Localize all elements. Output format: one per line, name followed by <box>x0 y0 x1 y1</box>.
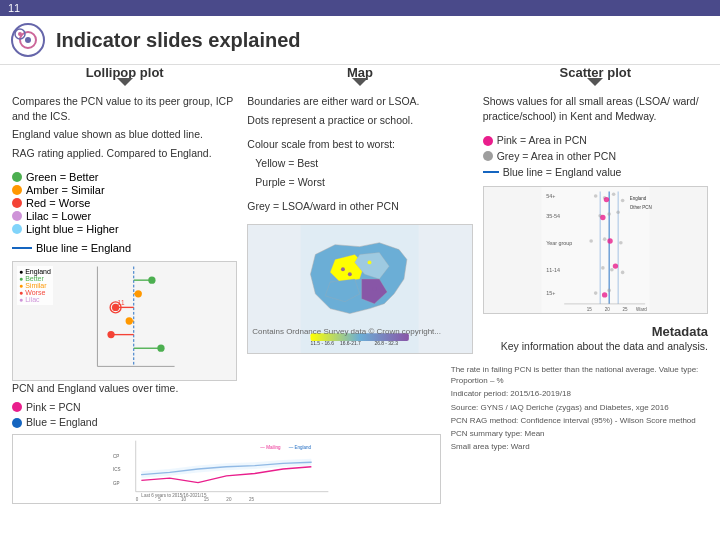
svg-point-2 <box>25 37 31 43</box>
svg-text:CP: CP <box>113 454 119 459</box>
scatter-blue-line <box>483 171 499 173</box>
svg-text:— England: — England <box>289 445 312 450</box>
trend-blue: Blue = England <box>12 415 441 430</box>
svg-text:35-54: 35-54 <box>546 214 560 220</box>
svg-text:15: 15 <box>204 497 210 502</box>
svg-point-55 <box>610 268 614 272</box>
svg-point-51 <box>616 211 620 215</box>
svg-point-60 <box>603 197 608 202</box>
trend-blue-dot <box>12 418 22 428</box>
lollipop-legend: Green = Better Amber = Similar Red = Wor… <box>12 171 237 236</box>
red-dot <box>12 198 22 208</box>
scatter-blueline: Blue line = England value <box>483 165 708 180</box>
lollipop-column: Compares the PCN value to its peer group… <box>12 94 237 354</box>
green-dot <box>12 172 22 182</box>
scatter-svg: 54+ 35-54 Year group 11-14 15+ <box>484 187 707 313</box>
scatter-header: Scatter plot <box>483 65 708 80</box>
scatter-grey: Grey = Area in other PCN <box>483 149 708 164</box>
svg-point-29 <box>348 272 352 276</box>
scatter-pink: Pink = Area in PCN <box>483 133 708 148</box>
legend-green: Green = Better <box>12 171 237 183</box>
metadata-section: Metadata Key information about the data … <box>483 324 708 354</box>
svg-text:11-14: 11-14 <box>546 268 560 274</box>
trend-desc: PCN and England values over time. <box>12 381 441 396</box>
map-grey-desc: Grey = LSOA/ward in other PCN <box>247 199 472 218</box>
trend-pink-dot <box>12 402 22 412</box>
bottom-row: Trend plot PCN and England values over t… <box>0 360 720 508</box>
page-title: Indicator slides explained <box>56 29 301 52</box>
svg-point-63 <box>612 264 617 269</box>
svg-text:20: 20 <box>604 308 609 313</box>
svg-point-62 <box>607 239 612 244</box>
svg-point-56 <box>601 267 605 271</box>
scatter-plot: 54+ 35-54 Year group 11-14 15+ <box>483 186 708 314</box>
logo-icon <box>10 22 46 58</box>
svg-point-31 <box>373 287 377 291</box>
svg-point-4 <box>18 32 22 36</box>
svg-text:20: 20 <box>226 497 232 502</box>
svg-point-30 <box>368 261 372 265</box>
map-header: Map <box>247 65 472 80</box>
svg-text:Ward: Ward <box>636 308 647 313</box>
svg-point-50 <box>607 213 611 217</box>
plot-legend: ● England ● Better ● Similar ● Worse ● L… <box>17 266 53 305</box>
svg-text:15+: 15+ <box>546 290 555 296</box>
trend-plot-svg: Last 6 years to 2015/16-2021/15 0 5 10 1… <box>13 435 440 503</box>
legend-lightblue: Light blue = Higher <box>12 223 237 235</box>
trend-section: Trend plot PCN and England values over t… <box>12 364 441 504</box>
metadata-detail: The rate in failing PCN is better than t… <box>451 364 708 504</box>
svg-point-52 <box>589 240 593 244</box>
trend-plot: Last 6 years to 2015/16-2021/15 0 5 10 1… <box>12 434 441 504</box>
svg-text:ICS: ICS <box>113 467 121 472</box>
scatter-grey-dot <box>483 151 493 161</box>
scatter-pink-dot <box>483 136 493 146</box>
lilac-dot <box>12 211 22 221</box>
svg-point-47 <box>612 193 616 197</box>
svg-point-59 <box>607 289 611 293</box>
svg-text:16.6-21.7: 16.6-21.7 <box>340 341 361 346</box>
svg-text:Year group: Year group <box>546 241 572 247</box>
svg-point-61 <box>600 215 605 220</box>
legend-red: Red = Worse <box>12 197 237 209</box>
map-colour-desc: Colour scale from best to worst: Yellow … <box>247 137 472 193</box>
svg-text:11.5 - 16.6: 11.5 - 16.6 <box>311 341 335 346</box>
svg-text:10: 10 <box>181 497 187 502</box>
svg-text:25: 25 <box>249 497 255 502</box>
map-note: Contains Ordnance Survey data © Crown co… <box>252 327 441 337</box>
legend-lilac: Lilac = Lower <box>12 210 237 222</box>
amber-dot <box>12 185 22 195</box>
svg-point-57 <box>620 271 624 275</box>
scatter-column: Shows values for all small areas (LSOA/ … <box>483 94 708 354</box>
map-column: Boundaries are either ward or LSOA. Dots… <box>247 94 472 354</box>
map-desc: Boundaries are either ward or LSOA. Dots… <box>247 94 472 131</box>
page-number: 11 <box>8 2 20 14</box>
svg-text:54+: 54+ <box>546 193 555 199</box>
trend-legend: Pink = PCN Blue = England <box>12 400 441 430</box>
scatter-desc: Shows values for all small areas (LSOA/ … <box>483 94 708 127</box>
main-columns: Compares the PCN value to its peer group… <box>0 94 720 354</box>
svg-text:26.8 - 32.3: 26.8 - 32.3 <box>375 341 399 346</box>
svg-text:Other PCN: Other PCN <box>629 205 651 210</box>
svg-text:15: 15 <box>586 308 591 313</box>
svg-point-9 <box>148 276 155 283</box>
header: Indicator slides explained <box>0 16 720 65</box>
svg-point-11 <box>135 290 142 297</box>
svg-point-19 <box>157 344 164 351</box>
svg-text:Last 6 years to 2015/16-2021/1: Last 6 years to 2015/16-2021/15 <box>141 493 207 498</box>
section-headers: Lollipop plot Map Scatter plot <box>0 65 720 80</box>
blue-line-indicator <box>12 247 32 249</box>
lollipop-header: Lollipop plot <box>12 65 237 80</box>
svg-point-64 <box>602 293 607 298</box>
svg-text:11: 11 <box>117 298 125 305</box>
svg-text:25: 25 <box>622 308 627 313</box>
top-bar: 11 <box>0 0 720 16</box>
svg-text:GP: GP <box>113 481 120 486</box>
legend-amber: Amber = Similar <box>12 184 237 196</box>
svg-point-28 <box>341 267 345 271</box>
svg-point-45 <box>594 195 598 199</box>
map-plot: 11.5 - 16.6 16.6-21.7 26.8 - 32.3 Contai… <box>247 224 472 354</box>
scatter-legend: Pink = Area in PCN Grey = Area in other … <box>483 133 708 180</box>
svg-text:England: England <box>629 197 646 202</box>
svg-point-17 <box>107 331 114 338</box>
svg-point-58 <box>594 292 598 296</box>
